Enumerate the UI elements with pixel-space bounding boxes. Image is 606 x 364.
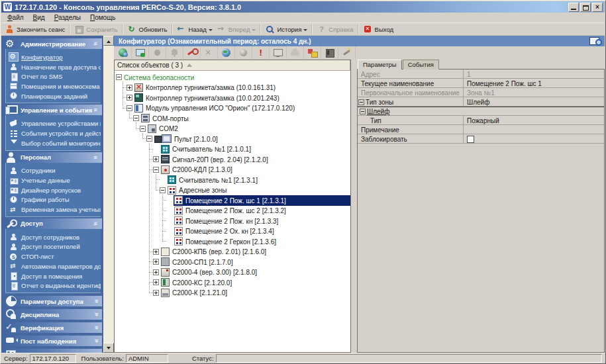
tree-node[interactable]: Помещение 2 Пож. шс 2 [2.1.3.2]	[115, 206, 350, 216]
sidebar-section-verification[interactable]: Верификация«	[3, 322, 102, 333]
sidebar-item-visitor-access[interactable]: Доступ посетителей	[6, 242, 101, 252]
sidebar-section-administration[interactable]: Администрирование«	[3, 38, 102, 49]
tree-node[interactable]: Считыватель №1 [2.1.0.1]	[115, 144, 350, 155]
collapse-icon[interactable]	[146, 136, 152, 142]
cfg-events-button[interactable]	[304, 46, 321, 59]
tree-node[interactable]: Контроллер турникета/замка (10.0.201.243…	[115, 93, 350, 103]
sidebar-item-device-management[interactable]: Управление устройствами и...	[6, 118, 101, 128]
tree-node[interactable]: Помещение 2 Пож. кн [2.1.3.3]	[115, 216, 350, 226]
sidebar-item-task-scheduler[interactable]: Планировщик заданий	[6, 91, 101, 101]
collapse-icon[interactable]	[358, 99, 364, 105]
cfg-connect-button[interactable]	[115, 46, 132, 59]
close-button[interactable]: ×	[592, 3, 603, 12]
cfg-alarm-button[interactable]	[252, 46, 270, 59]
history-button[interactable]: История	[263, 23, 309, 35]
menu-item-2[interactable]: Разделы	[50, 13, 85, 23]
tab-parameters[interactable]: Параметры	[358, 60, 402, 69]
expand-icon[interactable]	[153, 269, 159, 275]
sidebar-item-stop-list[interactable]: СТОП-лист	[6, 251, 101, 261]
sidebar-item-work-schedules[interactable]: Графики работы	[6, 195, 101, 205]
tree-node[interactable]: Пульт [2.1.0.0]	[115, 134, 350, 144]
tree-node[interactable]: Система безопасности	[115, 72, 350, 83]
expand-icon[interactable]	[153, 259, 159, 265]
expand-icon[interactable]	[153, 290, 159, 296]
sidebar-item-access-rights[interactable]: Назначение прав доступа о...	[6, 62, 101, 72]
sidebar-scrollbar[interactable]	[103, 36, 114, 353]
expand-icon[interactable]	[126, 95, 132, 101]
sidebar-item-premises[interactable]: Помещения и мнемосхема	[6, 81, 101, 91]
collapse-icon[interactable]	[140, 126, 146, 132]
cfg-sync-button[interactable]	[132, 46, 149, 59]
collapse-icon[interactable]	[160, 187, 166, 193]
tree-node[interactable]: COM-порты	[115, 113, 350, 124]
collapse-icon[interactable]	[133, 115, 139, 121]
sidebar-item-id-report[interactable]: Отчет о выданных идентиф...	[6, 281, 101, 291]
panel-splitter[interactable]	[351, 60, 357, 353]
cfg-globe-button[interactable]	[218, 46, 235, 59]
tree-node[interactable]: С2000-СП1 [2.1.7.0]	[115, 257, 350, 267]
expand-icon[interactable]	[153, 156, 159, 162]
tree-node[interactable]: Помещение 2 Ох. кн [2.1.3.4]	[115, 226, 350, 237]
sidebar-section-access-params[interactable]: Параметры доступа«	[3, 296, 102, 306]
sidebar-item-auto-replace[interactable]: Автозамена параметров до...	[6, 261, 101, 271]
sidebar-section-access[interactable]: Доступ«	[3, 218, 102, 229]
exit-button[interactable]: Выход	[361, 23, 395, 35]
tree-node[interactable]: Считыватель №1 [2.1.3.1]	[115, 175, 350, 185]
sidebar-section-discipline[interactable]: Дисциплина«	[3, 309, 102, 320]
sidebar-item-accounts[interactable]: Учетные данные	[6, 175, 101, 185]
maximize-button[interactable]	[580, 3, 591, 12]
sidebar-item-badge-designer[interactable]: Дизайнер пропусков	[6, 185, 101, 195]
property-value[interactable]: Пожарный	[464, 116, 604, 124]
tree-column-header[interactable]: Список объектов ( 3 )	[115, 60, 350, 71]
property-value[interactable]	[464, 134, 604, 143]
menu-item-0[interactable]: Файл	[3, 13, 28, 23]
cfg-panel-button[interactable]	[321, 46, 338, 59]
tree-node[interactable]: Адресные зоны	[115, 185, 350, 196]
property-value[interactable]	[464, 125, 604, 134]
expand-icon[interactable]	[126, 85, 132, 91]
expand-icon[interactable]	[153, 279, 159, 285]
refresh-button[interactable]: Обновить	[125, 23, 170, 35]
tree-node[interactable]: COM2	[115, 124, 350, 134]
collapse-icon[interactable]	[116, 74, 122, 80]
expand-icon[interactable]	[153, 249, 159, 255]
back-button[interactable]: Назад	[175, 23, 215, 35]
cfg-key-button[interactable]	[183, 46, 201, 59]
scroll-up-button[interactable]	[103, 36, 114, 46]
tree-node[interactable]: Модуль управления ИСО "Орион" (172.17.0.…	[115, 103, 350, 114]
tree-node[interactable]: Контроллер турникета/замка (10.0.161.31)	[115, 83, 350, 93]
tree-node[interactable]: Сигнал-20П (вер. 2.04) [2.1.2.0]	[115, 154, 350, 165]
scroll-down-button[interactable]	[103, 343, 114, 353]
tree-node[interactable]: С2000-КДЛ [2.1.3.0]	[115, 165, 350, 175]
collapse-icon[interactable]	[126, 105, 132, 111]
menu-item-1[interactable]: Вид	[28, 13, 50, 23]
sidebar-item-employees[interactable]: Сотрудники	[6, 166, 101, 176]
property-value[interactable]: Шлейф	[464, 97, 604, 106]
menu-item-3[interactable]: Помощь	[85, 13, 121, 23]
sidebar-item-sms-report[interactable]: Отчет по SMS	[6, 71, 101, 81]
tree-node[interactable]: С2000-КС [2.1.20.0]	[115, 277, 350, 288]
tree-node[interactable]: Помещение 2 Пож. шс 1 [2.1.3.1]	[115, 195, 350, 206]
sidebar-item-device-events[interactable]: События устройств и дейст...	[6, 128, 101, 138]
section-items-management-events: Управление устройствами и...События устр…	[5, 115, 101, 150]
sidebar-section-management-events[interactable]: Управление и события«	[3, 105, 102, 115]
collapse-icon[interactable]	[360, 109, 366, 114]
sidebar-item-employee-access[interactable]: Доступ сотрудников	[6, 232, 101, 242]
collapse-icon[interactable]	[153, 167, 159, 173]
sidebar-item-monitoring-events[interactable]: Выбор событий мониторинга	[6, 138, 101, 148]
minimize-button[interactable]	[568, 3, 579, 12]
tree-node[interactable]: С2000-4 (вер. 3.00) [2.1.8.0]	[115, 267, 350, 278]
sidebar-item-temp-replacement[interactable]: Временная замена учетных ...	[6, 205, 101, 214]
tree-node[interactable]: Помещение 2 Геркон [2.1.3.6]	[115, 236, 350, 247]
cfg-wizard-button[interactable]	[338, 46, 356, 59]
sidebar-item-room-access[interactable]: Доступ в помещения	[6, 271, 101, 281]
tab-events[interactable]: События	[403, 60, 439, 69]
sidebar-section-personnel[interactable]: Персонал«	[3, 152, 102, 163]
checkbox-unchecked[interactable]	[467, 136, 474, 143]
tree-node[interactable]: С2000-КПБ (вер. 2.01) [2.1.6.0]	[115, 247, 350, 257]
sidebar-item-configurator[interactable]: Конфигуратор	[6, 52, 101, 62]
sidebar-section-observation-post[interactable]: Пост наблюдения«	[3, 336, 102, 346]
property-value[interactable]: Помещение 2 Пож. шс 1	[464, 79, 604, 87]
end-session-button[interactable]: Закончить сеанс	[3, 23, 67, 35]
tree-node[interactable]: С2000-К [2.1.21.0]	[115, 288, 350, 298]
